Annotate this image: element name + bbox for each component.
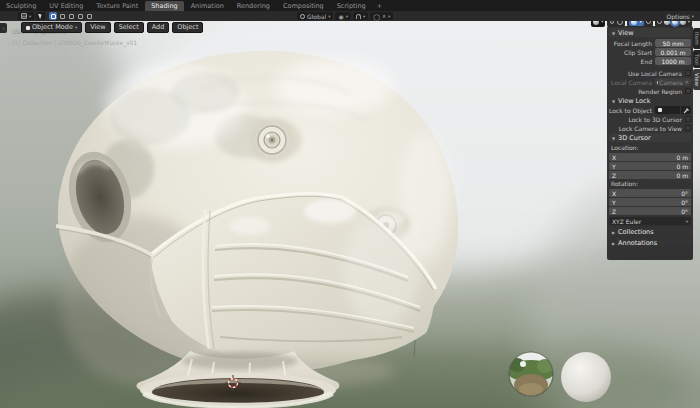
shading-dropdown-caret[interactable]: ▾	[688, 21, 690, 24]
proportional-editing-dropdown[interactable]: ◯ ∧ ▾	[370, 12, 393, 20]
add-workspace-button[interactable]: +	[373, 1, 386, 11]
eyedropper-button[interactable]	[681, 106, 691, 114]
render-region-row: Render Region	[609, 87, 691, 95]
sidebar-tab-item[interactable]: Item	[693, 28, 700, 49]
gizmo-sphere-icon	[593, 21, 599, 25]
cursor-location-x[interactable]: X0 m	[609, 153, 691, 161]
local-camera-row: Local Camera Camera ✕	[609, 78, 691, 86]
shading-mode-group: ▾	[655, 21, 692, 27]
object-cube-icon	[658, 108, 662, 112]
sidebar-panel: View Focal Length 50 mm Clip Start 0.001…	[607, 26, 693, 260]
chevron-down-icon: ▾	[29, 14, 31, 19]
mode-icon-4[interactable]	[76, 12, 84, 20]
clip-start-field[interactable]: 0.001 m	[655, 48, 691, 56]
clear-icon[interactable]: ✕	[685, 79, 689, 85]
collections-panel-header[interactable]: Collections	[609, 227, 691, 236]
clip-end-row: End 1000 m	[609, 57, 691, 65]
toolbar-collapse-arrow[interactable]: ‹	[0, 23, 7, 33]
viewport-shading-cluster: ▾ ▾ ▾	[591, 21, 692, 27]
location-label: Location:	[609, 144, 691, 152]
options-dropdown[interactable]: Options▾	[664, 12, 697, 20]
use-local-camera-row: Use Local Camera	[609, 69, 691, 77]
editor-type-icon	[21, 13, 27, 19]
pivot-icon: ◉	[338, 13, 343, 20]
sidebar-tab-view[interactable]: View	[693, 69, 700, 90]
cursor-tool-icon	[38, 13, 43, 20]
collapse-triangle-icon	[612, 97, 615, 105]
mode-icon-active[interactable]	[49, 12, 57, 20]
menu-object[interactable]: Object	[172, 22, 203, 33]
render-region-checkbox[interactable]	[685, 88, 691, 94]
overlay-extra-icon[interactable]	[646, 21, 651, 24]
cursor-location-y[interactable]: Y0 m	[609, 162, 691, 170]
xray-icon	[631, 21, 637, 25]
falloff-icon: ∧	[382, 13, 386, 19]
workspace-tab-bar: Sculpting UV Editing Texture Paint Shadi…	[0, 0, 700, 11]
focal-length-field[interactable]: 50 mm	[655, 39, 691, 47]
sidebar-tab-tool[interactable]: Tool	[693, 50, 700, 69]
mode-icon-3[interactable]	[67, 12, 75, 20]
menu-add[interactable]: Add	[147, 22, 170, 33]
focal-length-row: Focal Length 50 mm	[609, 39, 691, 47]
pivot-point-dropdown[interactable]: ◉ ▾	[335, 12, 351, 20]
transform-orientation-dropdown[interactable]: Global ▾	[297, 12, 333, 20]
annotations-panel-header[interactable]: Annotations	[609, 238, 691, 247]
cursor-rotation-z[interactable]: Z0°	[609, 207, 691, 215]
local-camera-field[interactable]: Camera ✕	[655, 78, 691, 86]
cursor-rotation-y[interactable]: Y0°	[609, 198, 691, 206]
snap-dropdown[interactable]: ▾	[353, 12, 368, 20]
object-mode-bar: Object Mode ▾ View Select Add Object	[21, 22, 203, 33]
shading-material-icon[interactable]	[672, 21, 678, 25]
view-panel-header[interactable]: View	[609, 28, 691, 37]
shading-wireframe-icon[interactable]	[657, 21, 662, 24]
xray-toggle[interactable]: ▾	[629, 21, 643, 26]
menu-view[interactable]: View	[85, 22, 110, 33]
tab-animation[interactable]: Animation	[185, 1, 230, 11]
overlay-toggle-group	[607, 21, 625, 27]
editor-type-button[interactable]: ▾	[18, 12, 34, 20]
collapse-triangle-icon	[612, 29, 615, 37]
lock-to-object-field[interactable]	[655, 106, 680, 114]
tab-compositing[interactable]: Compositing	[277, 1, 330, 11]
shading-solid-icon[interactable]	[664, 21, 670, 25]
show-gizmo-icon[interactable]	[609, 21, 615, 25]
cursor-rotation-x[interactable]: X0°	[609, 189, 691, 197]
tab-texture-paint[interactable]: Texture Paint	[90, 1, 144, 11]
lock-camera-view-checkbox[interactable]	[685, 125, 691, 131]
tab-uv-editing[interactable]: UV Editing	[43, 1, 89, 11]
tab-shading[interactable]: Shading	[145, 1, 183, 11]
expand-triangle-icon	[612, 228, 615, 236]
magnet-icon	[356, 14, 361, 19]
lock-3d-cursor-row: Lock to 3D Cursor	[609, 115, 691, 123]
diffuse-preview-sphere	[561, 352, 611, 402]
tab-scripting[interactable]: Scripting	[331, 1, 372, 11]
clip-end-field[interactable]: 1000 m	[655, 57, 691, 65]
expand-triangle-icon	[612, 239, 615, 247]
mode-icon-2[interactable]	[58, 12, 66, 20]
lock-to-object-row: Lock to Object	[609, 106, 691, 114]
viewport-3d[interactable]: ‹ Object Mode ▾ View Select Add Object U…	[0, 21, 700, 408]
clip-start-row: Clip Start 0.001 m	[609, 48, 691, 56]
view-lock-subheader[interactable]: View Lock	[609, 96, 691, 105]
lock-3d-cursor-checkbox[interactable]	[685, 116, 691, 122]
shading-rendered-icon[interactable]	[680, 21, 686, 25]
use-local-camera-checkbox[interactable]	[685, 70, 691, 76]
proportional-icon: ◯	[373, 13, 380, 20]
eyedropper-icon	[683, 107, 690, 114]
lock-camera-view-row: Lock Camera to View	[609, 124, 691, 132]
object-mode-dropdown[interactable]: Object Mode ▾	[21, 22, 82, 33]
cursor-location-z[interactable]: Z0 m	[609, 171, 691, 179]
menu-select[interactable]: Select	[114, 22, 144, 33]
tab-sculpting[interactable]: Sculpting	[0, 1, 42, 11]
sidebar-tab-strip: Item Tool View	[693, 28, 700, 90]
active-tool-button[interactable]	[36, 12, 45, 20]
show-overlays-icon[interactable]	[617, 21, 623, 25]
cursor-panel-header[interactable]: 3D Cursor	[609, 133, 691, 142]
tab-rendering[interactable]: Rendering	[231, 1, 276, 11]
mode-icon-5[interactable]	[85, 12, 93, 20]
header-icon-cluster	[49, 12, 93, 20]
object-mode-icon	[26, 26, 30, 30]
active-collection-label: (1) Collection | 200600_ZweiteMaske_v01	[12, 39, 137, 46]
show-gizmo-dropdown[interactable]: ▾	[591, 21, 605, 27]
rotation-mode-dropdown[interactable]: XYZ Euler▾	[609, 217, 691, 225]
